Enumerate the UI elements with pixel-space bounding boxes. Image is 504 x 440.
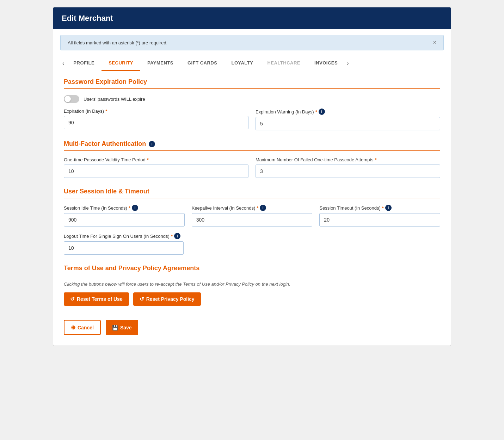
expiration-warning-group: Expiration Warning (In Days)* i xyxy=(256,109,440,130)
expiration-form-row: Expiration (In Days)* Expiration Warning… xyxy=(64,109,440,130)
session-timeout-label: Session Timeout (In Seconds)* i xyxy=(319,205,440,211)
save-icon: 💾 xyxy=(112,325,118,330)
reset-buttons-container: Reset Terms of Use Reset Privacy Policy xyxy=(64,292,440,306)
session-title: User Session Idle & Timeout xyxy=(64,188,440,198)
keepalive-input[interactable] xyxy=(192,213,313,227)
otp-validity-group: One-time Passcode Validity Time Period* xyxy=(64,157,248,178)
alert-message: All fields marked with an asterisk (*) a… xyxy=(68,40,167,45)
session-idle-input[interactable] xyxy=(64,213,185,227)
logout-sso-group: Logout Time For Single Sign On Users (In… xyxy=(64,233,205,255)
logout-sso-label: Logout Time For Single Sign On Users (In… xyxy=(64,233,205,239)
tab-gift-cards[interactable]: GIFT CARDS xyxy=(180,56,224,71)
tab-prev-arrow[interactable]: ‹ xyxy=(60,57,66,69)
page-title: Edit Merchant xyxy=(62,14,442,23)
mfa-form-row: One-time Passcode Validity Time Period* … xyxy=(64,157,440,178)
terms-section: Terms of Use and Privacy Policy Agreemen… xyxy=(64,265,440,306)
password-expiration-section: Password Expiration Policy Users' passwo… xyxy=(64,78,440,130)
toggle-label: Users' passwords WILL expire xyxy=(84,97,145,102)
session-timeout-info-icon[interactable]: i xyxy=(385,205,392,211)
page-container: Edit Merchant All fields marked with an … xyxy=(53,7,451,346)
logout-sso-input[interactable] xyxy=(64,241,184,255)
max-attempts-group: Maximum Number Of Failed One-time Passco… xyxy=(256,157,440,178)
session-idle-info-icon[interactable]: i xyxy=(132,205,138,211)
session-timeout-input[interactable] xyxy=(319,213,440,227)
expiration-warning-input[interactable] xyxy=(256,117,440,130)
session-idle-group: Session Idle Time (In Seconds)* i xyxy=(64,205,185,227)
tab-invoices[interactable]: INVOICES xyxy=(307,56,345,71)
session-section: User Session Idle & Timeout Session Idle… xyxy=(64,188,440,255)
expiration-warning-info-icon[interactable]: i xyxy=(319,109,325,115)
mfa-section: Multi-Factor Authentication i One-time P… xyxy=(64,140,440,178)
logout-sso-info-icon[interactable]: i xyxy=(174,233,180,239)
keepalive-info-icon[interactable]: i xyxy=(260,205,266,211)
otp-validity-input[interactable] xyxy=(64,165,248,178)
toggle-row: Users' passwords WILL expire xyxy=(64,95,440,103)
terms-title: Terms of Use and Privacy Policy Agreemen… xyxy=(64,265,440,275)
plus-icon: ⊕ xyxy=(71,324,75,331)
tab-payments[interactable]: PAYMENTS xyxy=(140,56,180,71)
tab-loyalty[interactable]: LOYALTY xyxy=(224,56,260,71)
tab-security[interactable]: SECURITY xyxy=(102,56,140,71)
session-form-row: Session Idle Time (In Seconds)* i Keepal… xyxy=(64,205,440,227)
expiration-days-input[interactable] xyxy=(64,116,248,129)
session-timeout-group: Session Timeout (In Seconds)* i xyxy=(319,205,440,227)
tabs-container: ‹ PROFILE SECURITY PAYMENTS GIFT CARDS L… xyxy=(60,56,444,71)
cancel-label: Cancel xyxy=(78,325,94,330)
toggle-knob xyxy=(64,96,71,102)
logout-form-row: Logout Time For Single Sign On Users (In… xyxy=(64,233,440,255)
tab-healthcare[interactable]: HEALTHCARE xyxy=(260,56,307,71)
main-content: Password Expiration Policy Users' passwo… xyxy=(53,71,451,346)
session-idle-label: Session Idle Time (In Seconds)* i xyxy=(64,205,185,211)
terms-description: Clicking the buttons below will force us… xyxy=(64,281,440,287)
alert-bar: All fields marked with an asterisk (*) a… xyxy=(60,35,444,50)
tab-profile[interactable]: PROFILE xyxy=(66,56,102,71)
page-header: Edit Merchant xyxy=(53,7,451,29)
tab-next-arrow[interactable]: › xyxy=(345,57,351,69)
password-expire-toggle[interactable] xyxy=(64,95,79,103)
expiration-days-label: Expiration (In Days)* xyxy=(64,109,248,114)
refresh-icon xyxy=(70,296,75,302)
expiration-days-group: Expiration (In Days)* xyxy=(64,109,248,130)
max-attempts-label: Maximum Number Of Failed One-time Passco… xyxy=(256,157,440,162)
mfa-title: Multi-Factor Authentication i xyxy=(64,140,440,151)
alert-close-button[interactable]: × xyxy=(433,39,436,46)
keepalive-group: Keepalive Interval (In Seconds)* i xyxy=(192,205,313,227)
reset-privacy-label: Reset Privacy Policy xyxy=(146,296,195,302)
save-label: Save xyxy=(120,325,132,330)
max-attempts-input[interactable] xyxy=(256,165,440,178)
keepalive-label: Keepalive Interval (In Seconds)* i xyxy=(192,205,313,211)
reset-privacy-button[interactable]: Reset Privacy Policy xyxy=(133,292,201,306)
reset-terms-button[interactable]: Reset Terms of Use xyxy=(64,292,129,306)
reset-terms-label: Reset Terms of Use xyxy=(77,296,123,302)
expiration-warning-label: Expiration Warning (In Days)* i xyxy=(256,109,440,115)
otp-validity-label: One-time Passcode Validity Time Period* xyxy=(64,157,248,162)
refresh-icon-2 xyxy=(140,296,144,302)
password-expiration-title: Password Expiration Policy xyxy=(64,78,440,89)
save-button[interactable]: 💾 Save xyxy=(106,320,138,335)
mfa-info-icon[interactable]: i xyxy=(149,141,155,147)
cancel-button[interactable]: ⊕ Cancel xyxy=(64,320,101,335)
footer-buttons: ⊕ Cancel 💾 Save xyxy=(64,316,440,335)
